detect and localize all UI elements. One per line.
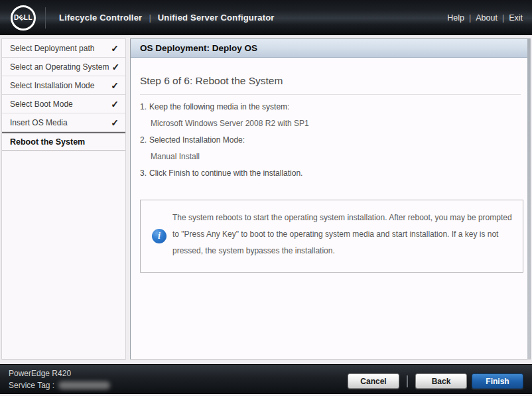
link-pipe: | [502, 13, 504, 23]
topbar-links: Help | About | Exit [447, 13, 523, 23]
sidebar-item-label: Select Deployment path [10, 44, 108, 53]
product-name: Lifecycle Controller [59, 13, 142, 23]
logo-divider [45, 7, 46, 29]
panel-header: OS Deployment: Deploy OS [131, 39, 530, 58]
footer-buttons: Cancel Back Finish [348, 373, 523, 389]
service-tag-label: Service Tag : [9, 379, 54, 391]
dell-logo: DELL [11, 5, 36, 31]
button-divider [407, 375, 408, 387]
exit-link[interactable]: Exit [509, 13, 523, 23]
finish-button[interactable]: Finish [472, 373, 523, 389]
sidebar-item-label: Select Boot Mode [10, 99, 108, 109]
checkmark-icon: ✓ [111, 99, 119, 109]
step-number: 3. [140, 169, 149, 178]
sidebar-item-installation-mode[interactable]: Select Installation Mode ✓ [2, 76, 125, 95]
app-title: Lifecycle Controller | Unified Server Co… [59, 13, 275, 23]
footer-bar: PowerEdge R420 Service Tag : Cancel Back… [0, 364, 532, 394]
sidebar-item-boot-mode[interactable]: Select Boot Mode ✓ [2, 95, 125, 113]
title-pipe: | [149, 13, 151, 23]
step-title-divider [140, 94, 521, 95]
system-info: PowerEdge R420 Service Tag : [9, 367, 110, 391]
main-panel: OS Deployment: Deploy OS Step 6 of 6: Re… [130, 38, 531, 360]
scrollbar-track[interactable] [527, 39, 530, 359]
sidebar-item-insert-os-media[interactable]: Insert OS Media ✓ [2, 113, 125, 132]
logo-letter: L [28, 14, 33, 21]
top-bar: DELL Lifecycle Controller | Unified Serv… [0, 0, 532, 35]
step-1-detail: Microsoft Windows Server 2008 R2 with SP… [151, 119, 530, 128]
app-name: Unified Server Configurator [158, 13, 275, 23]
checkmark-icon: ✓ [111, 43, 119, 54]
info-message-box: i The system reboots to start the operat… [140, 200, 523, 273]
instruction-step-1: 1. Keep the following media in the syste… [140, 103, 530, 111]
service-tag-redacted [58, 381, 110, 389]
step-text: Click Finish to continue with the instal… [149, 169, 302, 178]
step-number: 2. [140, 136, 149, 145]
step-number: 1. [140, 103, 149, 111]
step-2-detail: Manual Install [151, 153, 530, 161]
checkmark-icon: ✓ [111, 62, 119, 72]
wizard-step-sidebar: Select Deployment path ✓ Select an Opera… [1, 38, 126, 360]
panel-title: OS Deployment: Deploy OS [140, 43, 257, 53]
help-link[interactable]: Help [447, 13, 464, 23]
back-button[interactable]: Back [415, 373, 467, 389]
sidebar-item-label: Insert OS Media [10, 118, 108, 127]
sidebar-item-reboot-system[interactable]: Reboot the System [2, 132, 125, 151]
step-text: Keep the following media in the system: [149, 103, 289, 111]
sidebar-item-operating-system[interactable]: Select an Operating System ✓ [2, 58, 125, 76]
checkmark-icon: ✓ [111, 117, 119, 128]
cancel-button[interactable]: Cancel [348, 373, 399, 389]
system-model: PowerEdge R420 [9, 367, 110, 379]
sidebar-item-label: Select Installation Mode [10, 81, 108, 90]
step-text: Selected Installation Mode: [149, 136, 245, 145]
instruction-step-2: 2. Selected Installation Mode: [140, 136, 530, 145]
step-title: Step 6 of 6: Reboot the System [140, 75, 530, 87]
info-icon: i [152, 229, 166, 243]
info-message-text: The system reboots to start the operatin… [172, 210, 512, 259]
instruction-list: 1. Keep the following media in the syste… [140, 103, 530, 178]
sidebar-item-label: Reboot the System [10, 137, 116, 147]
sidebar-item-label: Select an Operating System [10, 62, 109, 72]
link-pipe: | [469, 13, 471, 23]
instruction-step-3: 3. Click Finish to continue with the ins… [140, 169, 530, 178]
sidebar-item-deployment-path[interactable]: Select Deployment path ✓ [2, 39, 125, 58]
about-link[interactable]: About [476, 13, 498, 23]
checkmark-icon: ✓ [111, 80, 119, 91]
